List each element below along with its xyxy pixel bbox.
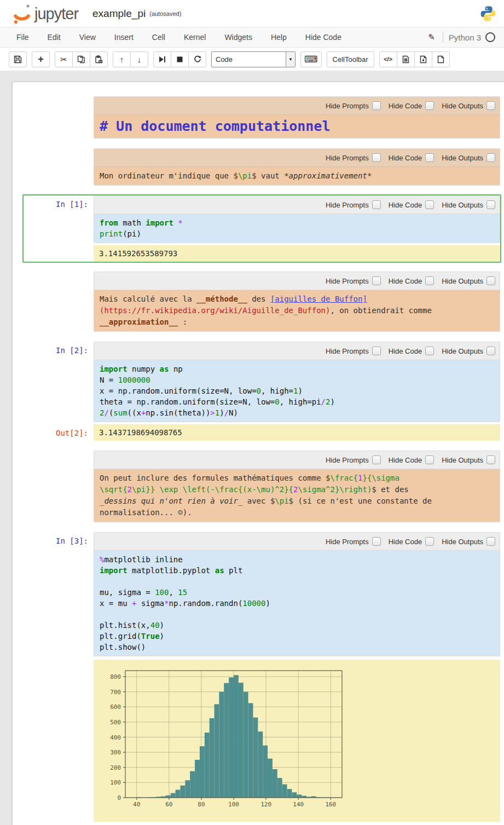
new-document-button[interactable] bbox=[432, 51, 450, 67]
export-html-button[interactable] bbox=[397, 51, 415, 67]
cell-content-box: Hide PromptsHide CodeHide Outputs%matplo… bbox=[94, 532, 500, 656]
histogram-bar bbox=[263, 746, 268, 798]
export-pdf-button[interactable] bbox=[414, 51, 432, 67]
hide-code-checkbox[interactable] bbox=[425, 153, 434, 162]
markdown-editor[interactable]: Mais calculé avec la __méthode__ des [ai… bbox=[94, 290, 500, 331]
notebook-cell-7-code[interactable]: In [3]:Hide PromptsHide CodeHide Outputs… bbox=[22, 531, 501, 823]
hide-prompts-checkbox[interactable] bbox=[372, 276, 381, 285]
editor-line bbox=[100, 609, 494, 620]
editor-line: (https://fr.wikipedia.org/wiki/Aiguille_… bbox=[100, 305, 494, 316]
hide-code-checkbox[interactable] bbox=[425, 537, 434, 546]
hide-prompts-checkbox[interactable] bbox=[372, 537, 381, 546]
hide-code-checkbox[interactable] bbox=[425, 455, 434, 464]
hide-outputs-checkbox[interactable] bbox=[486, 347, 495, 355]
notebook-cell-2-md[interactable]: Hide PromptsHide CodeHide OutputsMon ord… bbox=[22, 147, 501, 187]
hide-prompts-checkbox[interactable] bbox=[372, 101, 381, 110]
command-palette-button[interactable]: ⌨ bbox=[300, 51, 322, 67]
paste-button[interactable] bbox=[90, 51, 108, 67]
token-num: 10000 bbox=[242, 599, 265, 608]
token-t: N = bbox=[100, 376, 118, 384]
menu-item-cell[interactable]: Cell bbox=[151, 33, 166, 42]
run-icon bbox=[159, 56, 166, 63]
hide-outputs-label: Hide Outputs bbox=[442, 154, 483, 162]
hide-prompts-checkbox[interactable] bbox=[372, 347, 381, 355]
hide-prompts-checkbox[interactable] bbox=[372, 153, 381, 162]
run-cell-button[interactable] bbox=[153, 51, 171, 67]
notebook-cell-3-code[interactable]: In [1]:Hide PromptsHide CodeHide Outputs… bbox=[22, 194, 501, 263]
token-t: sigma bbox=[136, 599, 164, 608]
markdown-editor[interactable]: Mon ordinateur m'indique que $\pi$ vaut … bbox=[94, 167, 500, 185]
menu-item-hide-code[interactable]: Hide Code bbox=[304, 33, 343, 42]
move-cell-up-button[interactable]: ↑ bbox=[113, 51, 131, 67]
token-t: math bbox=[118, 218, 146, 227]
notebook-cell-1-md[interactable]: Hide PromptsHide CodeHide Outputs# Un do… bbox=[22, 95, 501, 140]
python-logo-icon bbox=[480, 5, 496, 22]
notebook-cell-4-md[interactable]: Hide PromptsHide CodeHide OutputsMais ca… bbox=[22, 270, 501, 333]
hide-code-checkbox[interactable] bbox=[425, 101, 434, 110]
hide-prompts-label: Hide Prompts bbox=[326, 277, 369, 285]
hide-outputs-checkbox[interactable] bbox=[486, 200, 495, 209]
menu-item-file[interactable]: File bbox=[15, 33, 30, 42]
editor-line: plt.hist(x,40) bbox=[100, 620, 494, 631]
hide-code-checkbox[interactable] bbox=[425, 347, 434, 355]
code-editor[interactable]: import numpy as npN = 1000000x = np.rand… bbox=[94, 360, 500, 422]
move-cell-down-button[interactable]: ↓ bbox=[130, 51, 148, 67]
copy-button[interactable] bbox=[72, 51, 90, 67]
editor-line: N = 1000000 bbox=[100, 374, 494, 385]
svg-text:400: 400 bbox=[110, 734, 121, 741]
menu-item-edit[interactable]: Edit bbox=[47, 33, 62, 42]
hide-code-label: Hide Code bbox=[389, 347, 422, 355]
menu-item-widgets[interactable]: Widgets bbox=[223, 33, 253, 42]
token-strong: __méthode__ bbox=[196, 295, 247, 303]
restart-kernel-button[interactable] bbox=[188, 51, 206, 67]
svg-text:700: 700 bbox=[110, 689, 121, 696]
cut-button[interactable]: ✂ bbox=[55, 51, 73, 67]
code-editor[interactable]: from math import *print(pi) bbox=[94, 214, 500, 243]
token-t: , high= bbox=[261, 386, 293, 395]
hide-outputs-checkbox[interactable] bbox=[486, 153, 495, 162]
hide-outputs-checkbox[interactable] bbox=[486, 455, 495, 464]
toggle-code-button[interactable]: </> bbox=[379, 51, 397, 67]
svg-text:100: 100 bbox=[110, 779, 121, 786]
histogram-bar bbox=[166, 795, 171, 798]
pencil-icon[interactable]: ✎ bbox=[428, 32, 435, 42]
notebook-cell-6-md[interactable]: Hide PromptsHide CodeHide OutputsOn peut… bbox=[22, 449, 501, 523]
hide-code-checkbox[interactable] bbox=[425, 200, 434, 209]
save-button[interactable] bbox=[9, 51, 27, 67]
token-kw: import bbox=[146, 218, 173, 227]
hide-outputs-checkbox[interactable] bbox=[486, 276, 495, 285]
cell-type-select[interactable]: Code ▼ bbox=[211, 51, 296, 67]
hide-prompts-checkbox[interactable] bbox=[372, 455, 381, 464]
menu-item-view[interactable]: View bbox=[78, 33, 97, 42]
kernel-separator bbox=[443, 32, 443, 43]
cell-content-box: Hide PromptsHide CodeHide OutputsMais ca… bbox=[94, 272, 500, 332]
hide-prompts-checkbox[interactable] bbox=[372, 200, 381, 209]
add-cell-button[interactable]: + bbox=[32, 51, 50, 67]
histogram-bar bbox=[229, 677, 234, 798]
celltoolbar-button[interactable]: CellToolbar bbox=[327, 51, 374, 67]
menu-item-kernel[interactable]: Kernel bbox=[183, 33, 207, 42]
jupyter-logo-icon bbox=[12, 3, 32, 25]
editor-line: from math import * bbox=[100, 217, 494, 228]
cell-content-box: Hide PromptsHide CodeHide OutputsMon ord… bbox=[94, 148, 500, 186]
code-editor[interactable]: %matplotlib inlineimport matplotlib.pypl… bbox=[94, 551, 500, 656]
cell-toolbar: Hide PromptsHide CodeHide Outputs bbox=[94, 342, 500, 360]
menu-item-help[interactable]: Help bbox=[270, 33, 288, 42]
hide-outputs-checkbox[interactable] bbox=[486, 101, 495, 110]
token-t: plt bbox=[224, 566, 243, 575]
plus-icon: + bbox=[38, 54, 44, 64]
interrupt-kernel-button[interactable] bbox=[171, 51, 189, 67]
token-t: plt.grid( bbox=[100, 632, 141, 641]
restart-icon bbox=[194, 55, 201, 63]
editor-line bbox=[100, 576, 494, 587]
svg-text:160: 160 bbox=[325, 801, 336, 808]
markdown-editor[interactable]: # Un document computationnel bbox=[94, 115, 500, 138]
jupyter-logo[interactable]: jupyter bbox=[12, 3, 78, 25]
menu-item-insert[interactable]: Insert bbox=[113, 33, 135, 42]
hide-outputs-checkbox[interactable] bbox=[486, 537, 495, 546]
jupyter-logo-text: jupyter bbox=[34, 3, 78, 25]
notebook-title[interactable]: example_pi bbox=[92, 8, 146, 20]
notebook-cell-5-code[interactable]: In [2]:Hide PromptsHide CodeHide Outputs… bbox=[22, 341, 501, 442]
hide-code-checkbox[interactable] bbox=[425, 276, 434, 285]
markdown-editor[interactable]: On peut inclure des formules mathématiqu… bbox=[94, 469, 500, 522]
